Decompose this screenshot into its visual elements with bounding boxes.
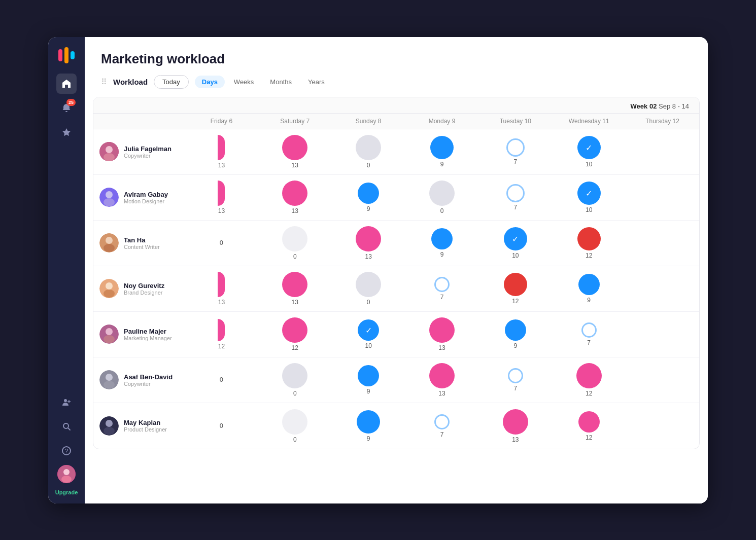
avatar	[99, 188, 119, 207]
bubble-value: 9	[587, 297, 591, 303]
workload-grid: Week 02 Sep 8 - 14 Friday 6 Saturday 7 S…	[85, 97, 708, 503]
app-logo[interactable]	[56, 45, 77, 65]
day-cell: 0	[258, 359, 332, 401]
person-name: May Kaplan	[124, 419, 167, 426]
day-cell: 9	[405, 132, 479, 171]
bubble-value: 12	[218, 343, 225, 349]
bubble-value: 9	[440, 161, 444, 167]
bubble-value: 12	[586, 390, 592, 397]
today-button[interactable]: Today	[154, 75, 189, 89]
person-name: Asaf Ben-David	[124, 373, 173, 381]
avatar	[99, 233, 119, 253]
svg-point-9	[61, 476, 72, 483]
bubble-partial	[218, 272, 225, 297]
bubble-value: 0	[367, 162, 370, 168]
table-row: Aviram Gabay Motion Designer 13 13	[93, 175, 699, 221]
help-button[interactable]: ?	[56, 441, 77, 461]
bubble-value: 0	[220, 377, 223, 383]
bubble	[503, 409, 528, 435]
user-avatar[interactable]	[57, 465, 76, 483]
day-cell: 7	[405, 273, 479, 304]
svg-point-11	[106, 146, 113, 153]
bubble	[576, 363, 602, 388]
bubble-value: 12	[512, 298, 519, 304]
day-cell: ✓ 10	[478, 223, 552, 263]
bubble-value: 7	[514, 385, 518, 391]
day-cell: 13	[405, 359, 479, 401]
check-icon: ✓	[586, 189, 592, 198]
bubble	[282, 363, 307, 388]
bubble	[506, 138, 525, 157]
day-cell: 0	[185, 419, 258, 433]
toolbar: ⠿ Workload Today Days Weeks Months Years	[85, 75, 708, 97]
tab-months[interactable]: Months	[263, 76, 299, 88]
week-header: Week 02 Sep 8 - 14	[93, 97, 699, 114]
bubble: ✓	[504, 227, 527, 250]
day-cell: 7	[405, 410, 479, 442]
bubble-value: 12	[292, 345, 298, 351]
tab-days[interactable]: Days	[195, 76, 225, 88]
notifications-nav-button[interactable]: 25	[56, 98, 77, 118]
bubble	[282, 181, 307, 206]
bubble	[358, 365, 379, 386]
search-button[interactable]	[56, 416, 77, 437]
day-cell: 13	[185, 176, 258, 218]
bubble-value: 7	[440, 431, 444, 438]
bubble-value: 0	[220, 423, 223, 429]
day-cell: 12	[478, 269, 552, 308]
bubble	[578, 274, 600, 295]
bubble-value: 12	[586, 435, 592, 441]
svg-rect-0	[58, 49, 62, 61]
bubble	[357, 410, 380, 434]
day-cell: 9	[332, 361, 405, 399]
table-row: Asaf Ben-David Copywriter 0 0 9	[93, 357, 699, 403]
bubble-value: 9	[440, 251, 444, 258]
add-member-button[interactable]	[56, 392, 77, 412]
col-header-mon: Monday 9	[405, 114, 479, 129]
tab-years[interactable]: Years	[301, 76, 332, 88]
bubble-value: 13	[365, 254, 371, 260]
bubble-value: 0	[367, 299, 370, 305]
drag-handle-icon[interactable]: ⠿	[101, 77, 107, 87]
person-role: Marketing Manager	[124, 335, 172, 341]
favorites-nav-button[interactable]	[56, 122, 77, 142]
notification-badge: 25	[66, 99, 76, 106]
svg-point-21	[104, 290, 115, 298]
bubble-value: 13	[438, 345, 445, 351]
bubble	[282, 226, 307, 251]
person-role: Product Designer	[124, 426, 167, 433]
upgrade-label[interactable]: Upgrade	[55, 489, 78, 495]
bubble-value: 10	[512, 253, 519, 259]
day-cell: 9	[552, 270, 626, 307]
bubble-value: 0	[220, 240, 223, 246]
svg-point-27	[104, 381, 115, 389]
col-header-fri: Friday 6	[185, 114, 258, 129]
person-cell: May Kaplan Product Designer	[93, 410, 185, 442]
tab-weeks[interactable]: Weeks	[227, 76, 261, 88]
day-cell: 12	[552, 359, 626, 401]
bubble-value: 7	[514, 159, 518, 165]
page-title: Marketing workload	[101, 51, 692, 67]
bubble	[429, 363, 455, 388]
bubble-value: 7	[514, 204, 518, 210]
svg-point-8	[63, 469, 70, 475]
person-cell: Pauline Majer Marketing Manager	[93, 318, 185, 350]
home-nav-button[interactable]	[56, 74, 77, 94]
table-row: Noy Gurevitz Brand Designer 13 13	[93, 266, 699, 312]
bubble	[429, 317, 455, 343]
bubble	[505, 319, 526, 341]
svg-point-26	[106, 374, 113, 381]
table-row: Pauline Majer Marketing Manager 12 12	[93, 312, 699, 357]
bubble-value: 13	[512, 437, 519, 443]
day-cell: 13	[258, 268, 332, 309]
bubble	[282, 135, 307, 160]
day-cell: 0	[405, 176, 479, 218]
person-name: Aviram Gabay	[124, 191, 168, 198]
bubble-value: 10	[586, 161, 592, 167]
bubble-partial	[218, 319, 225, 341]
bubble	[508, 368, 523, 383]
day-cell: 13	[332, 222, 405, 264]
col-header-thu: Thursday 12	[626, 114, 699, 129]
week-label: Week 02	[631, 102, 657, 110]
avatar	[99, 416, 119, 436]
